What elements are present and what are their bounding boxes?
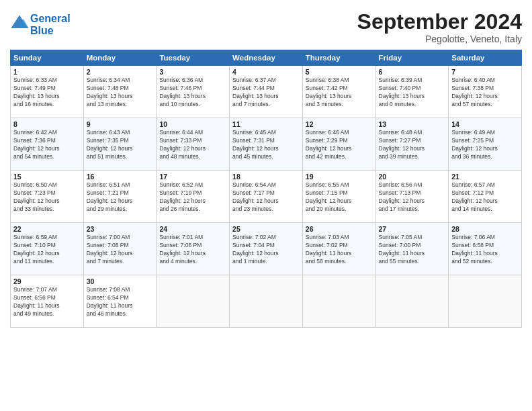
col-monday: Monday: [83, 50, 157, 66]
calendar-cell: 13Sunrise: 6:48 AMSunset: 7:27 PMDayligh…: [375, 118, 449, 171]
title-block: September 2024 Pegolotte, Veneto, Italy: [357, 10, 522, 44]
day-info: Sunrise: 6:36 AMSunset: 7:46 PMDaylight:…: [159, 77, 226, 109]
calendar-cell: 1Sunrise: 6:33 AMSunset: 7:49 PMDaylight…: [11, 66, 84, 118]
calendar-cell: 16Sunrise: 6:51 AMSunset: 7:21 PMDayligh…: [83, 171, 157, 223]
calendar-cell: 21Sunrise: 6:57 AMSunset: 7:12 PMDayligh…: [449, 171, 522, 223]
day-number: 10: [159, 120, 226, 128]
calendar-cell: 24Sunrise: 7:01 AMSunset: 7:06 PMDayligh…: [157, 223, 230, 275]
day-info: Sunrise: 6:38 AMSunset: 7:42 PMDaylight:…: [306, 77, 373, 109]
day-number: 4: [232, 68, 300, 76]
day-number: 1: [13, 68, 81, 76]
day-info: Sunrise: 6:59 AMSunset: 7:10 PMDaylight:…: [13, 234, 81, 266]
calendar-cell: [302, 275, 375, 328]
calendar-cell: 11Sunrise: 6:45 AMSunset: 7:31 PMDayligh…: [230, 118, 303, 171]
calendar-cell: 22Sunrise: 6:59 AMSunset: 7:10 PMDayligh…: [11, 223, 84, 275]
day-info: Sunrise: 7:01 AMSunset: 7:06 PMDaylight:…: [159, 234, 226, 266]
day-number: 21: [451, 173, 519, 181]
location: Pegolotte, Veneto, Italy: [357, 34, 522, 44]
day-info: Sunrise: 6:42 AMSunset: 7:36 PMDaylight:…: [13, 129, 81, 161]
calendar-cell: 4Sunrise: 6:37 AMSunset: 7:44 PMDaylight…: [230, 66, 303, 118]
day-info: Sunrise: 6:48 AMSunset: 7:27 PMDaylight:…: [379, 129, 446, 161]
calendar-cell: [157, 275, 230, 328]
calendar-week-3: 15Sunrise: 6:50 AMSunset: 7:23 PMDayligh…: [11, 171, 522, 223]
day-number: 24: [159, 225, 226, 233]
day-number: 9: [87, 120, 154, 128]
page: General Blue September 2024 Pegolotte, V…: [0, 0, 532, 411]
day-info: Sunrise: 6:33 AMSunset: 7:49 PMDaylight:…: [13, 77, 81, 109]
calendar-cell: 6Sunrise: 6:39 AMSunset: 7:40 PMDaylight…: [375, 66, 449, 118]
day-info: Sunrise: 7:08 AMSunset: 6:54 PMDaylight:…: [87, 286, 154, 318]
logo-text: General Blue: [30, 13, 71, 38]
day-info: Sunrise: 7:00 AMSunset: 7:08 PMDaylight:…: [87, 234, 154, 266]
day-number: 12: [306, 120, 373, 128]
col-tuesday: Tuesday: [157, 50, 230, 66]
day-number: 15: [13, 173, 81, 181]
calendar-cell: 12Sunrise: 6:46 AMSunset: 7:29 PMDayligh…: [302, 118, 375, 171]
calendar-cell: 23Sunrise: 7:00 AMSunset: 7:08 PMDayligh…: [83, 223, 157, 275]
day-number: 8: [13, 120, 81, 128]
calendar-cell: [375, 275, 449, 328]
calendar-table: Sunday Monday Tuesday Wednesday Thursday…: [10, 50, 522, 328]
logo: General Blue: [10, 13, 71, 38]
calendar-body: 1Sunrise: 6:33 AMSunset: 7:49 PMDaylight…: [11, 66, 522, 328]
day-number: 25: [232, 225, 300, 233]
header: General Blue September 2024 Pegolotte, V…: [10, 10, 522, 44]
day-number: 20: [379, 173, 446, 181]
calendar-week-5: 29Sunrise: 7:07 AMSunset: 6:56 PMDayligh…: [11, 275, 522, 328]
day-number: 18: [232, 173, 300, 181]
day-number: 30: [87, 277, 154, 285]
col-friday: Friday: [375, 50, 449, 66]
day-info: Sunrise: 6:49 AMSunset: 7:25 PMDaylight:…: [451, 129, 519, 161]
calendar-cell: 26Sunrise: 7:03 AMSunset: 7:02 PMDayligh…: [302, 223, 375, 275]
calendar-cell: 20Sunrise: 6:56 AMSunset: 7:13 PMDayligh…: [375, 171, 449, 223]
calendar-cell: 2Sunrise: 6:34 AMSunset: 7:48 PMDaylight…: [83, 66, 157, 118]
day-info: Sunrise: 6:56 AMSunset: 7:13 PMDaylight:…: [379, 181, 446, 214]
day-info: Sunrise: 6:44 AMSunset: 7:33 PMDaylight:…: [159, 129, 226, 161]
day-number: 17: [159, 173, 226, 181]
day-number: 19: [306, 173, 373, 181]
logo-icon: [10, 14, 29, 33]
day-number: 28: [451, 225, 519, 233]
day-info: Sunrise: 7:07 AMSunset: 6:56 PMDaylight:…: [13, 286, 81, 318]
day-info: Sunrise: 6:40 AMSunset: 7:38 PMDaylight:…: [451, 77, 519, 109]
month-title: September 2024: [357, 10, 522, 34]
day-number: 3: [159, 68, 226, 76]
day-number: 29: [13, 277, 81, 285]
day-info: Sunrise: 6:57 AMSunset: 7:12 PMDaylight:…: [451, 181, 519, 214]
calendar-week-1: 1Sunrise: 6:33 AMSunset: 7:49 PMDaylight…: [11, 66, 522, 118]
calendar-cell: 5Sunrise: 6:38 AMSunset: 7:42 PMDaylight…: [302, 66, 375, 118]
calendar-cell: 8Sunrise: 6:42 AMSunset: 7:36 PMDaylight…: [11, 118, 84, 171]
calendar-cell: [230, 275, 303, 328]
day-info: Sunrise: 7:06 AMSunset: 6:58 PMDaylight:…: [451, 234, 519, 266]
calendar-cell: 3Sunrise: 6:36 AMSunset: 7:46 PMDaylight…: [157, 66, 230, 118]
calendar-week-4: 22Sunrise: 6:59 AMSunset: 7:10 PMDayligh…: [11, 223, 522, 275]
calendar-cell: 9Sunrise: 6:43 AMSunset: 7:35 PMDaylight…: [83, 118, 157, 171]
col-thursday: Thursday: [302, 50, 375, 66]
day-info: Sunrise: 6:37 AMSunset: 7:44 PMDaylight:…: [232, 77, 300, 109]
calendar-cell: 15Sunrise: 6:50 AMSunset: 7:23 PMDayligh…: [11, 171, 84, 223]
header-row: Sunday Monday Tuesday Wednesday Thursday…: [11, 50, 522, 66]
calendar-cell: 7Sunrise: 6:40 AMSunset: 7:38 PMDaylight…: [449, 66, 522, 118]
day-info: Sunrise: 6:43 AMSunset: 7:35 PMDaylight:…: [87, 129, 154, 161]
day-info: Sunrise: 6:54 AMSunset: 7:17 PMDaylight:…: [232, 181, 300, 214]
day-number: 2: [87, 68, 154, 76]
day-number: 11: [232, 120, 300, 128]
calendar-week-2: 8Sunrise: 6:42 AMSunset: 7:36 PMDaylight…: [11, 118, 522, 171]
day-info: Sunrise: 6:55 AMSunset: 7:15 PMDaylight:…: [306, 181, 373, 214]
calendar-cell: [449, 275, 522, 328]
day-info: Sunrise: 6:50 AMSunset: 7:23 PMDaylight:…: [13, 181, 81, 214]
day-info: Sunrise: 7:02 AMSunset: 7:04 PMDaylight:…: [232, 234, 300, 266]
day-info: Sunrise: 6:45 AMSunset: 7:31 PMDaylight:…: [232, 129, 300, 161]
col-sunday: Sunday: [11, 50, 84, 66]
calendar-cell: 10Sunrise: 6:44 AMSunset: 7:33 PMDayligh…: [157, 118, 230, 171]
day-info: Sunrise: 7:03 AMSunset: 7:02 PMDaylight:…: [306, 234, 373, 266]
col-saturday: Saturday: [449, 50, 522, 66]
day-info: Sunrise: 6:46 AMSunset: 7:29 PMDaylight:…: [306, 129, 373, 161]
day-number: 26: [306, 225, 373, 233]
col-wednesday: Wednesday: [230, 50, 303, 66]
day-number: 27: [379, 225, 446, 233]
day-info: Sunrise: 6:34 AMSunset: 7:48 PMDaylight:…: [87, 77, 154, 109]
day-info: Sunrise: 7:05 AMSunset: 7:00 PMDaylight:…: [379, 234, 446, 266]
day-info: Sunrise: 6:39 AMSunset: 7:40 PMDaylight:…: [379, 77, 446, 109]
day-number: 7: [451, 68, 519, 76]
